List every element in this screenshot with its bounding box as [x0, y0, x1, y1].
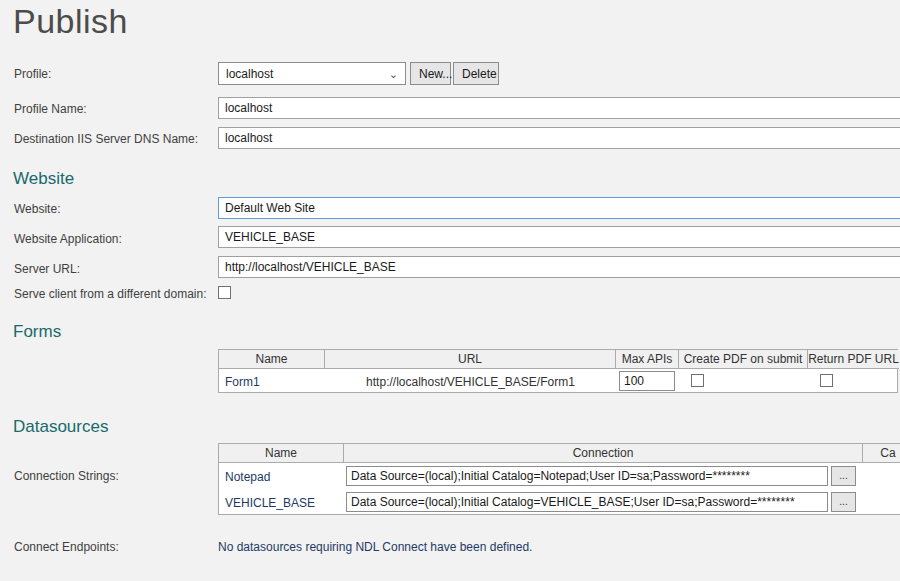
forms-col-name: Name [219, 350, 325, 369]
publish-page: Publish Profile: localhost ⌄ New... Dele… [0, 0, 900, 581]
serve-client-checkbox[interactable] [218, 286, 231, 299]
website-application-label: Website Application: [14, 232, 122, 246]
connection-strings-label: Connection Strings: [14, 469, 119, 483]
connect-endpoints-label: Connect Endpoints: [14, 540, 119, 554]
datasource-name-link[interactable]: Notepad [225, 464, 270, 490]
datasources-table: Name Connection Ca Notepad ... VEHICLE_B… [218, 443, 900, 515]
profile-select[interactable]: localhost ⌄ [218, 62, 406, 85]
max-apis-input[interactable] [619, 371, 675, 391]
page-title: Publish [13, 2, 128, 41]
serve-client-label: Serve client from a different domain: [14, 287, 207, 301]
server-url-input[interactable] [218, 256, 900, 278]
connect-endpoints-message: No datasources requiring NDL Connect hav… [218, 540, 532, 554]
forms-table: Name URL Max APIs Create PDF on submit R… [218, 349, 898, 393]
website-input[interactable] [218, 197, 900, 219]
new-profile-button[interactable]: New... [410, 62, 451, 85]
server-url-label: Server URL: [14, 262, 80, 276]
destination-dns-input[interactable] [218, 127, 900, 149]
destination-dns-label: Destination IIS Server DNS Name: [14, 132, 198, 146]
browse-connection-button[interactable]: ... [831, 466, 856, 486]
browse-connection-button[interactable]: ... [831, 492, 856, 512]
website-label: Website: [14, 202, 60, 216]
chevron-down-icon: ⌄ [389, 69, 398, 79]
website-application-input[interactable] [218, 226, 900, 248]
connection-string-input[interactable] [346, 492, 828, 512]
datasources-col-name: Name [219, 444, 344, 463]
create-pdf-checkbox[interactable] [691, 374, 704, 387]
forms-col-create-pdf: Create PDF on submit [679, 350, 808, 369]
datasources-col-connection: Connection [344, 444, 863, 463]
forms-section-heading: Forms [13, 322, 61, 342]
connection-string-input[interactable] [346, 466, 828, 486]
form-name-link[interactable]: Form1 [225, 370, 260, 393]
forms-col-return-pdf: Return PDF URL [808, 350, 899, 369]
form-url-value: http://localhost/VEHICLE_BASE/Form1 [325, 370, 616, 393]
forms-col-url: URL [325, 350, 616, 369]
forms-col-max-apis: Max APIs [616, 350, 679, 369]
profile-label: Profile: [14, 67, 51, 81]
profile-name-label: Profile Name: [14, 102, 87, 116]
website-section-heading: Website [13, 169, 74, 189]
datasource-name-link[interactable]: VEHICLE_BASE [225, 490, 315, 516]
return-pdf-checkbox[interactable] [820, 374, 833, 387]
delete-profile-button[interactable]: Delete [453, 62, 499, 85]
datasources-col-clipped: Ca [863, 444, 900, 463]
profile-selected-value: localhost [226, 67, 273, 81]
profile-name-input[interactable] [218, 97, 900, 119]
datasources-section-heading: Datasources [13, 417, 108, 437]
